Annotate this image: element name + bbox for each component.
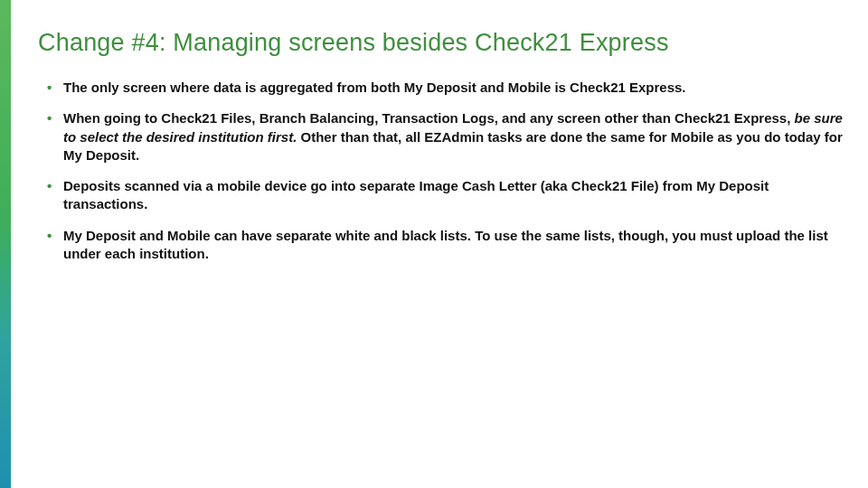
slide-content: Change #4: Managing screens besides Chec…	[38, 29, 846, 276]
accent-bar	[0, 0, 11, 488]
slide-title: Change #4: Managing screens besides Chec…	[38, 29, 846, 57]
bullet-text: The only screen where data is aggregated…	[63, 80, 686, 95]
bullet-text: My Deposit and Mobile can have separate …	[63, 228, 828, 261]
bullet-item: Deposits scanned via a mobile device go …	[38, 177, 846, 214]
bullet-text-pre: When going to Check21 Files, Branch Bala…	[63, 110, 795, 126]
bullet-item: When going to Check21 Files, Branch Bala…	[38, 109, 846, 164]
bullet-item: My Deposit and Mobile can have separate …	[38, 227, 846, 264]
bullet-item: The only screen where data is aggregated…	[38, 79, 846, 97]
bullet-list: The only screen where data is aggregated…	[38, 79, 846, 263]
bullet-text: Deposits scanned via a mobile device go …	[63, 178, 769, 211]
